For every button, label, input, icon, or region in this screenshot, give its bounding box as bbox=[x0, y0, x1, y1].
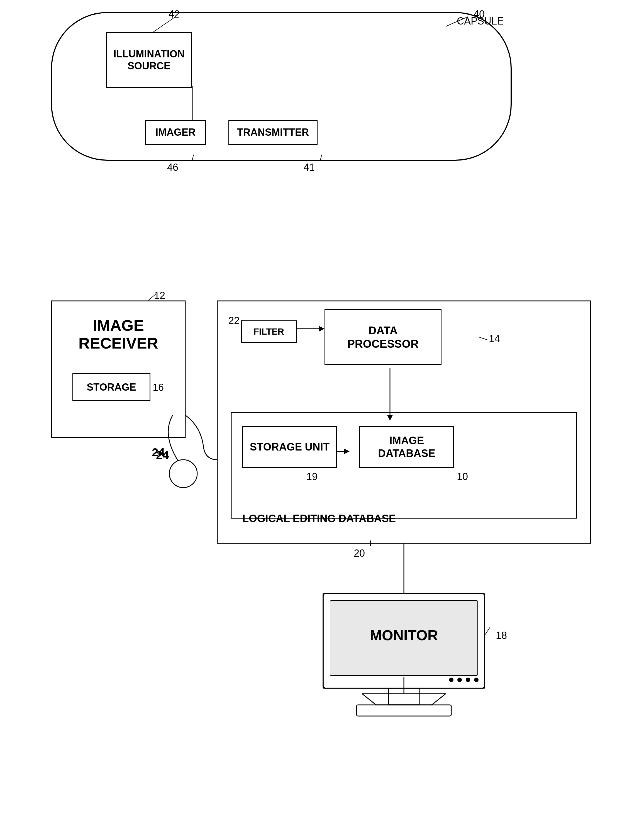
svg-line-23 bbox=[432, 694, 446, 705]
svg-marker-17 bbox=[344, 448, 350, 454]
ref-14: 14 bbox=[489, 333, 500, 344]
ref-18: 18 bbox=[496, 630, 507, 642]
svg-point-33 bbox=[457, 677, 462, 682]
storage-box: STORAGE bbox=[72, 373, 151, 401]
svg-marker-13 bbox=[319, 326, 324, 331]
storage-unit-box: STORAGE UNIT bbox=[242, 426, 337, 468]
svg-point-32 bbox=[449, 677, 453, 682]
ref-42: 42 bbox=[169, 8, 180, 20]
svg-point-37 bbox=[169, 460, 197, 487]
svg-line-39 bbox=[479, 337, 487, 340]
ref-20: 20 bbox=[354, 547, 365, 559]
svg-rect-30 bbox=[389, 688, 419, 705]
svg-point-34 bbox=[466, 677, 470, 682]
monitor-label: MONITOR bbox=[357, 619, 451, 652]
ref-16: 16 bbox=[152, 382, 164, 393]
svg-line-6 bbox=[192, 154, 194, 160]
logical-editing-label: LOGICAL EDITING DATABASE bbox=[242, 513, 396, 525]
svg-line-36 bbox=[485, 627, 490, 635]
ref-12: 12 bbox=[154, 290, 165, 301]
imager-box: IMAGER bbox=[145, 120, 206, 145]
illumination-source-box: ILLUMINATIONSOURCE bbox=[106, 32, 192, 88]
ref-41: 41 bbox=[303, 162, 315, 173]
data-processor-box: DATAPROCESSOR bbox=[324, 309, 441, 365]
transmitter-box: TRANSMITTER bbox=[229, 120, 318, 145]
svg-line-7 bbox=[320, 154, 322, 160]
svg-overlay bbox=[0, 0, 644, 835]
ref-24-label: 24 bbox=[152, 446, 165, 459]
ref-40: 40 bbox=[474, 8, 485, 20]
ref-46: 46 bbox=[167, 162, 178, 173]
svg-point-35 bbox=[474, 677, 479, 682]
image-database-box: IMAGEDATABASE bbox=[359, 426, 454, 468]
filter-box: FILTER bbox=[241, 320, 297, 343]
ref-19: 19 bbox=[307, 471, 318, 482]
svg-rect-31 bbox=[357, 705, 451, 716]
ref-22: 22 bbox=[229, 315, 240, 327]
ref-10: 10 bbox=[457, 471, 468, 482]
image-receiver-label: IMAGERECEIVER bbox=[54, 307, 182, 362]
svg-marker-15 bbox=[387, 415, 393, 421]
diagram-container: CAPSULE 40 42 ILLUMINATIONSOURCE IMAGER … bbox=[0, 0, 644, 835]
svg-line-22 bbox=[362, 694, 376, 705]
